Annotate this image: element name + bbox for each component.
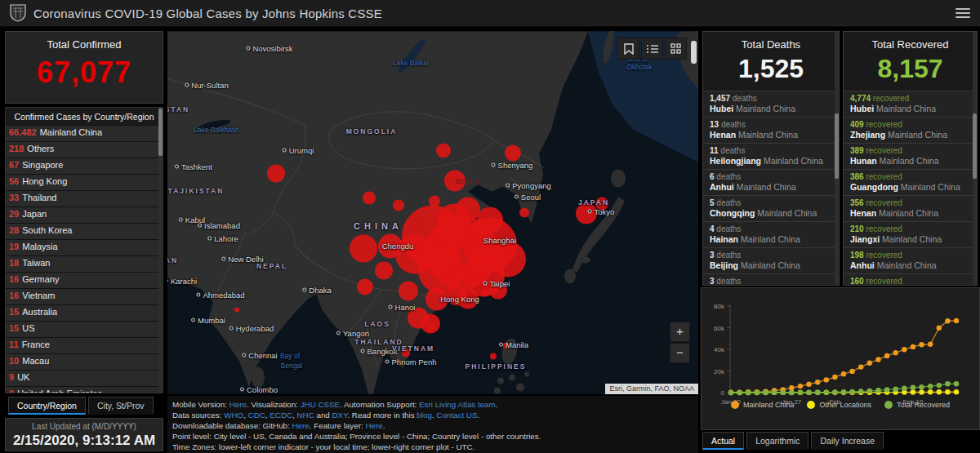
country-row[interactable]: 16Germany [6,272,163,288]
case-bubble[interactable] [425,288,448,311]
footer-link[interactable]: Here [292,421,310,430]
case-bubble[interactable] [393,200,404,211]
footer-link[interactable]: Esri Living Atlas team [419,400,496,409]
footer-link[interactable]: Here [365,421,382,430]
country-row[interactable]: 9UK [6,370,163,386]
total-confirmed-value: 67,077 [6,56,163,90]
country-list-scrollbar[interactable] [158,108,163,393]
case-bubble[interactable] [357,279,373,295]
stat-row[interactable]: 389 recoveredHunan Mainland China [844,143,977,169]
footer-link[interactable]: JHU CSSE [301,400,340,409]
case-bubble[interactable] [490,242,526,278]
stat-row[interactable]: 4 deathsHainan Mainland China [703,221,839,247]
case-bubble[interactable] [481,289,489,297]
case-bubble[interactable] [375,262,393,280]
country-count: 19 [9,242,19,251]
case-bubble[interactable] [595,198,608,211]
case-bubble[interactable] [438,204,470,237]
recovered-scrollbar[interactable] [973,32,977,285]
case-bubble[interactable] [429,196,440,207]
case-bubble[interactable] [378,234,403,259]
country-count: 8 [9,389,14,393]
country-row[interactable]: 29Japan [6,207,163,223]
footer-link[interactable]: Here [229,400,247,409]
case-bubble[interactable] [267,165,285,183]
stat-row[interactable]: 4,774 recoveredHubei Mainland China [844,91,977,117]
country-row[interactable]: 16Vietnam [6,288,163,304]
tab-country-region[interactable]: Country/Region [8,397,86,415]
legend-item[interactable]: Other Locations [807,401,871,409]
stat-row[interactable]: 356 recoveredHenan Mainland China [844,195,977,221]
stat-row[interactable]: 210 recoveredJiangxi Mainland China [844,221,977,247]
footer-link[interactable]: DXY [332,411,348,420]
panel-drag-handle[interactable] [691,41,697,64]
map[interactable]: NovosibirskNur-SultanKAZAKHSTANMONGOLIAU… [167,31,698,394]
footer-link[interactable]: Contact US [436,411,477,420]
footer-link[interactable]: ECDC [270,411,292,420]
stat-row[interactable]: 11 deathsHeilongjiang Mainland China [703,143,839,169]
country-row[interactable]: 218Others [6,141,163,158]
country-count: 10 [9,356,19,366]
footer-link[interactable]: NHC [296,411,314,420]
footer-link[interactable]: WHO [224,411,243,420]
zoom-out-button[interactable]: − [670,343,690,363]
legend-item[interactable]: Total Recovered [884,401,950,409]
svg-text:80k: 80k [714,303,725,310]
case-bubble[interactable] [503,343,510,349]
stat-row[interactable]: 3 deathsHebei Mainland China [703,273,839,286]
case-bubble[interactable] [428,325,434,331]
zoom-in-button[interactable]: + [670,322,690,342]
country-name: UK [17,372,29,382]
tab-actual[interactable]: Actual [702,432,744,450]
stat-row[interactable]: 1,457 deathsHubei Mainland China [703,91,839,117]
case-bubble[interactable] [436,144,451,158]
country-row[interactable]: 10Macau [6,353,163,370]
case-bubble[interactable] [363,192,376,205]
country-row[interactable]: 33Thailand [6,190,163,207]
case-bubble[interactable] [477,207,503,233]
country-row[interactable]: 15Australia [6,304,163,321]
total-deaths-title: Total Deaths [703,38,839,51]
recovered-list: 4,774 recoveredHubei Mainland China409 r… [844,91,977,286]
case-bubble[interactable] [490,353,497,360]
deaths-scrollbar[interactable] [835,32,839,285]
basemap-grid-icon[interactable] [665,38,687,60]
timeline-chart[interactable]: 020k40k60k80kJan 20Jan 27FebFeb 10 [702,288,979,411]
case-bubble[interactable] [399,282,418,301]
case-bubble[interactable] [447,285,468,306]
footer-link[interactable]: CDC [248,411,265,420]
stat-row[interactable]: 198 recoveredAnhui Mainland China [844,247,977,273]
case-bubble[interactable] [402,349,410,358]
country-row[interactable]: 18Taiwan [6,255,163,272]
case-bubble[interactable] [576,203,597,224]
footer-link[interactable]: blog [416,411,432,420]
bookmark-icon[interactable] [617,38,639,60]
case-bubble[interactable] [505,145,521,162]
country-row[interactable]: 66,482Mainland China [6,125,163,141]
stat-row[interactable]: 3 deathsBeijing Mainland China [703,247,839,273]
country-row[interactable]: 8United Arab Emirates [6,386,163,393]
country-row[interactable]: 28South Korea [6,223,163,239]
case-bubble[interactable] [489,282,507,300]
tab-city-st-prov[interactable]: City, St/Prov [88,397,154,415]
case-bubble[interactable] [350,235,377,263]
legend-item[interactable]: Mainland China [731,401,795,409]
menu-icon[interactable] [956,8,970,18]
country-row[interactable]: 56Hong Kong [6,174,163,190]
stat-row[interactable]: 386 recoveredGuangdong Mainland China [844,169,977,195]
case-bubble[interactable] [234,308,239,313]
tab-daily-increase[interactable]: Daily Increase [811,432,884,450]
tab-logarithmic[interactable]: Logarithmic [746,432,808,450]
stat-row[interactable]: 6 deathsAnhui Mainland China [703,169,839,195]
case-bubble[interactable] [444,171,466,192]
country-row[interactable]: 19Malaysia [6,239,163,255]
stat-row[interactable]: 13 deathsHenan Mainland China [703,117,839,143]
stat-row[interactable]: 5 deathsChongqing Mainland China [703,195,839,221]
legend-list-icon[interactable] [641,38,663,60]
country-row[interactable]: 67Singapore [6,158,163,174]
case-bubble[interactable] [519,208,529,218]
country-row[interactable]: 11France [6,337,163,353]
stat-row[interactable]: 160 recoveredJiangsu Mainland China [844,273,977,286]
country-row[interactable]: 15US [6,321,163,337]
stat-row[interactable]: 409 recoveredZhejiang Mainland China [844,117,977,143]
